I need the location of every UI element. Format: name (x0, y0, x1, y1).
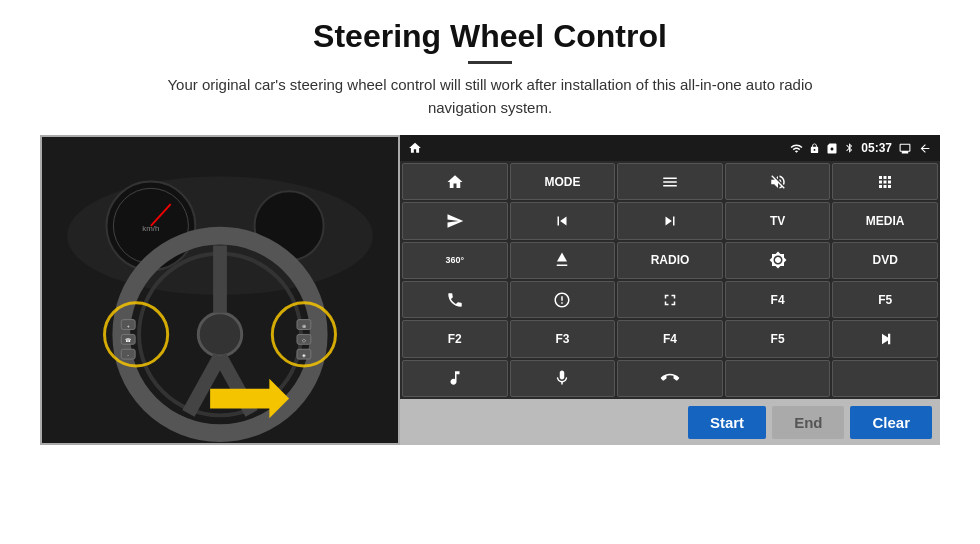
btn-eject[interactable] (510, 242, 616, 279)
page-title: Steering Wheel Control (313, 18, 667, 55)
status-time: 05:37 (861, 141, 892, 155)
svg-text:+: + (127, 324, 130, 329)
btn-music[interactable] (402, 360, 508, 397)
svg-text:◇: ◇ (302, 338, 306, 343)
wifi-icon (790, 142, 803, 155)
page-subtitle: Your original car's steering wheel contr… (140, 74, 840, 119)
btn-phone[interactable] (402, 281, 508, 318)
btn-media[interactable]: MEDIA (832, 202, 938, 239)
btn-screen-wide[interactable] (617, 281, 723, 318)
btn-radio[interactable]: RADIO (617, 242, 723, 279)
btn-f3[interactable]: F3 (510, 320, 616, 357)
control-panel: 05:37 MODE (400, 135, 940, 445)
btn-empty-2 (832, 360, 938, 397)
btn-mode[interactable]: MODE (510, 163, 616, 200)
btn-playpause[interactable] (832, 320, 938, 357)
status-left-icons (408, 141, 422, 155)
end-button[interactable]: End (772, 406, 844, 439)
home-icon (408, 141, 422, 155)
svg-text:◈: ◈ (302, 353, 306, 358)
title-underline (468, 61, 512, 64)
btn-360cam[interactable]: 360° (402, 242, 508, 279)
clear-button[interactable]: Clear (850, 406, 932, 439)
btn-brightness[interactable] (725, 242, 831, 279)
status-bar: 05:37 (400, 135, 940, 161)
btn-eq[interactable]: F4 (725, 281, 831, 318)
svg-point-9 (198, 313, 241, 356)
btn-f2[interactable]: F2 (402, 320, 508, 357)
lock-icon (809, 142, 820, 155)
page-wrapper: Steering Wheel Control Your original car… (0, 0, 980, 544)
btn-apps[interactable] (832, 163, 938, 200)
btn-empty-1 (725, 360, 831, 397)
content-row: km/h + (40, 135, 940, 445)
screen-icon (898, 142, 912, 155)
btn-f4[interactable]: F4 (617, 320, 723, 357)
btn-prev[interactable] (510, 202, 616, 239)
button-grid: MODE TV (400, 161, 940, 399)
btn-dvd[interactable]: DVD (832, 242, 938, 279)
btn-tv[interactable]: TV (725, 202, 831, 239)
btn-mute[interactable] (725, 163, 831, 200)
sim-icon (826, 142, 838, 155)
action-bar: Start End Clear (400, 399, 940, 445)
btn-navi[interactable] (510, 281, 616, 318)
status-right-icons: 05:37 (790, 141, 932, 155)
svg-text:⊕: ⊕ (302, 324, 306, 329)
back-icon (918, 142, 932, 155)
svg-text:☎: ☎ (125, 338, 131, 343)
btn-phone-end[interactable] (617, 360, 723, 397)
bluetooth-icon (844, 141, 855, 155)
btn-list[interactable] (617, 163, 723, 200)
steering-wheel-image: km/h + (40, 135, 400, 445)
btn-send[interactable] (402, 202, 508, 239)
btn-next[interactable] (617, 202, 723, 239)
btn-f5[interactable]: F5 (725, 320, 831, 357)
btn-mic[interactable] (510, 360, 616, 397)
btn-home[interactable] (402, 163, 508, 200)
start-button[interactable]: Start (688, 406, 766, 439)
svg-rect-28 (888, 334, 890, 345)
btn-f1[interactable]: F5 (832, 281, 938, 318)
